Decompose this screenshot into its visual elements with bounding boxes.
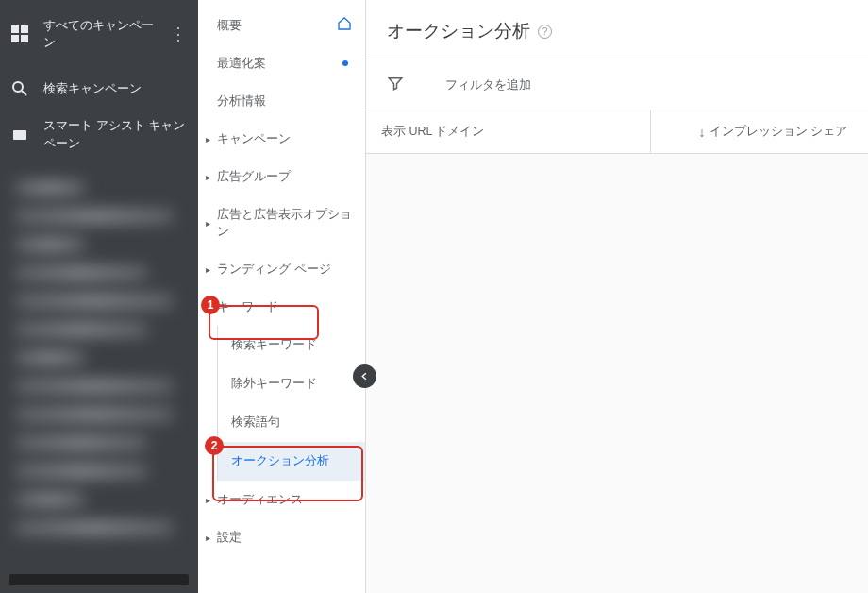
all-campaigns-label: すべてのキャンペーン — [43, 17, 155, 51]
col-impression-share-label: インプレッション シェア — [709, 124, 847, 140]
smart-icon — [11, 127, 28, 144]
nav-optimization[interactable]: 最適化案 — [198, 44, 365, 82]
svg-rect-6 — [13, 130, 26, 140]
nav-ad-group[interactable]: 広告グループ — [198, 158, 365, 195]
nav-insights-label: 分析情報 — [217, 93, 266, 110]
collapse-sidebar-button[interactable] — [353, 364, 376, 388]
app-root: すべてのキャンペーン ⋮ 検索キャンペーン スマート アシスト キャンペーン — [0, 0, 868, 593]
bottom-shadow — [9, 574, 189, 585]
svg-rect-0 — [11, 25, 19, 33]
annotation-badge-2: 2 — [205, 436, 224, 455]
col-display-url[interactable]: 表示 URL ドメイン — [366, 110, 651, 153]
svg-rect-1 — [21, 25, 28, 33]
sub-auction-insights[interactable]: オークション分析 — [218, 442, 365, 481]
svg-rect-2 — [11, 35, 19, 42]
svg-point-4 — [13, 82, 23, 92]
nav-overview[interactable]: 概要 — [198, 6, 365, 44]
sidebar-item-all-campaigns[interactable]: すべてのキャンペーン ⋮ — [0, 0, 198, 68]
nav-ads-extensions[interactable]: 広告と広告表示オプション — [198, 195, 365, 250]
sort-descending-icon: ↓ — [699, 125, 706, 140]
nav-campaign[interactable]: キャンペーン — [198, 120, 365, 158]
nav-settings[interactable]: 設定 — [198, 518, 365, 556]
sidebar-item-search-campaign[interactable]: 検索キャンペーン — [0, 68, 198, 110]
filter-placeholder: フィルタを追加 — [445, 76, 531, 93]
sub-search-terms[interactable]: 検索語句 — [218, 403, 365, 442]
smart-assist-label: スマート アシスト キャンペーン — [43, 117, 187, 151]
page-title: オークション分析 — [387, 19, 530, 43]
search-campaign-label: 検索キャンペーン — [43, 80, 142, 97]
nav-audience[interactable]: オーディエンス — [198, 481, 365, 518]
blurred-campaign-list — [0, 160, 198, 556]
nav-insights[interactable]: 分析情報 — [198, 82, 365, 120]
nav-keywords-label: キーワード — [217, 298, 278, 315]
nav-ads-ext-label: 広告と広告表示オプション — [217, 206, 352, 240]
filter-icon — [387, 75, 404, 94]
annotation-badge-1: 1 — [201, 296, 220, 314]
grid-icon — [11, 25, 28, 42]
help-icon[interactable]: ? — [538, 25, 552, 39]
nav-settings-label: 設定 — [217, 529, 242, 546]
sub-negative-keywords[interactable]: 除外キーワード — [218, 364, 365, 403]
nav-audience-label: オーディエンス — [217, 491, 303, 508]
page-header: オークション分析 ? — [366, 0, 868, 59]
table-header: 表示 URL ドメイン ↓ インプレッション シェア — [366, 110, 868, 154]
svg-line-5 — [22, 91, 26, 95]
nav-keywords-subgroup: 検索キーワード 除外キーワード 検索語句 オークション分析 — [217, 326, 365, 481]
search-icon — [11, 80, 28, 97]
nav-overview-label: 概要 — [217, 17, 242, 34]
sub-search-keywords[interactable]: 検索キーワード — [218, 326, 365, 364]
notification-dot-icon — [342, 60, 348, 66]
more-icon[interactable]: ⋮ — [170, 24, 187, 44]
nav-keywords[interactable]: キーワード — [198, 288, 365, 326]
campaign-sidebar: すべてのキャンペーン ⋮ 検索キャンペーン スマート アシスト キャンペーン — [0, 0, 198, 593]
sidebar-item-smart-assist[interactable]: スマート アシスト キャンペーン — [0, 110, 198, 159]
filter-bar[interactable]: フィルタを追加 — [366, 59, 868, 110]
nav-campaign-label: キャンペーン — [217, 130, 291, 147]
nav-ad-group-label: 広告グループ — [217, 168, 291, 185]
col-impression-share[interactable]: ↓ インプレッション シェア — [651, 110, 868, 153]
main-content: オークション分析 ? フィルタを追加 表示 URL ドメイン ↓ インプレッショ… — [366, 0, 868, 593]
nav-landing-label: ランディング ページ — [217, 261, 331, 278]
svg-rect-3 — [21, 35, 28, 42]
page-nav-sidebar: 概要 最適化案 分析情報 キャンペーン 広告グループ 広告と広告表示オプション … — [198, 0, 366, 593]
home-icon — [337, 16, 352, 34]
nav-landing-pages[interactable]: ランディング ページ — [198, 250, 365, 288]
svg-marker-7 — [389, 78, 402, 90]
nav-optimization-label: 最適化案 — [217, 55, 266, 72]
